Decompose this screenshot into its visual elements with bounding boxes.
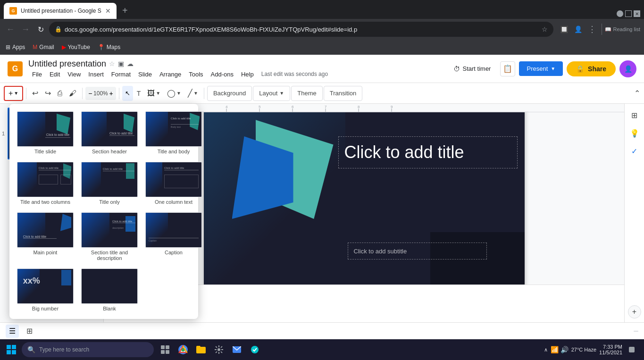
redo-button[interactable]: ↪: [42, 86, 54, 101]
layout-one-col-label: One column text: [155, 199, 192, 205]
share-button[interactable]: 🔒 Share: [567, 61, 616, 76]
clock-date: 11/5/2021: [599, 350, 622, 355]
taskbar-mail[interactable]: [228, 341, 245, 358]
minimize-button[interactable]: [617, 10, 623, 17]
taskbar-clock[interactable]: 7:33 PM 11/5/2021: [599, 344, 622, 355]
cursor-tool-button[interactable]: ↖: [122, 86, 133, 101]
app-title[interactable]: Untitled presentation: [28, 59, 106, 69]
layout-item-title-slide[interactable]: Click to add title Title slide: [15, 109, 75, 156]
theme-button[interactable]: Theme: [291, 86, 322, 101]
address-bar[interactable]: 🔒 docs.google.com/presentation/d/1eGTXE6…: [49, 22, 553, 37]
taskbar-weather[interactable]: 27°C Haze: [571, 347, 596, 352]
add-sidebar-button[interactable]: +: [628, 305, 641, 318]
taskbar-chrome[interactable]: [175, 341, 192, 358]
layout-button[interactable]: Layout ▼: [253, 86, 290, 101]
layout-item-one-col[interactable]: Click to add title One column text: [143, 160, 204, 207]
layout-item-blank[interactable]: Blank: [79, 267, 140, 313]
slide-canvas[interactable]: Click to add title Click to add subtitle: [204, 112, 525, 285]
star-icon[interactable]: ☆: [109, 60, 115, 67]
layout-item-two-cols[interactable]: Click to add title Title and two columns: [15, 160, 75, 207]
image-tool-button[interactable]: 🖼▼: [144, 86, 163, 101]
drive-icon[interactable]: ▣: [118, 60, 124, 67]
clock-time: 7:33 PM: [599, 344, 622, 350]
forward-button[interactable]: →: [19, 23, 32, 36]
layout-item-title-only[interactable]: Click to add title Title only: [79, 160, 140, 207]
layout-item-main-point[interactable]: Click to add title Main point: [15, 210, 75, 263]
cloud-icon[interactable]: ☁: [127, 60, 134, 67]
notification-button[interactable]: [625, 343, 638, 356]
menu-arrange[interactable]: Arrange: [156, 70, 185, 79]
text-tool-button[interactable]: T: [134, 86, 144, 101]
timer-icon: ⏱: [453, 65, 460, 73]
bookmark-maps[interactable]: 📍 Maps: [98, 44, 120, 50]
taskbar-settings[interactable]: [210, 341, 227, 358]
refresh-button[interactable]: ↻: [34, 23, 47, 36]
layout-item-section-title-desc[interactable]: Click to add title description Section t…: [79, 210, 140, 263]
reading-list-button[interactable]: 📖 Reading list: [605, 26, 640, 33]
menu-addons[interactable]: Add-ons: [207, 70, 237, 79]
list-view-button[interactable]: ⊞: [23, 325, 36, 338]
print-button[interactable]: ⎙: [55, 86, 65, 101]
toolbar: + ▼ ↩ ↪ ⎙ 🖌 − 100% + ↖ T 🖼▼ ◯▼ ╱▼ Backgr…: [0, 83, 644, 104]
paint-format-button[interactable]: 🖌: [66, 86, 79, 101]
explore-icon-button[interactable]: ⊞: [627, 108, 642, 123]
menu-insert[interactable]: Insert: [84, 70, 108, 79]
layout-item-title-body[interactable]: Click to add title Body text Title and b…: [143, 109, 204, 156]
active-tab[interactable]: G Untitled presentation - Google S ✕: [4, 3, 117, 19]
extensions-icon[interactable]: 🔲: [557, 23, 570, 36]
bookmark-star-icon[interactable]: ☆: [542, 25, 548, 33]
profile-icon[interactable]: 👤: [571, 23, 585, 36]
svg-text:9: 9: [391, 105, 393, 109]
layout-item-big-number[interactable]: xx% Big number: [15, 267, 75, 313]
present-button[interactable]: Present ▼: [519, 61, 563, 76]
shape-tool-button[interactable]: ◯▼: [164, 86, 184, 101]
menu-tools[interactable]: Tools: [185, 70, 207, 79]
transition-button[interactable]: Transition: [324, 86, 363, 101]
taskbar-search[interactable]: 🔍 Type here to search: [22, 342, 154, 357]
close-window-button[interactable]: ✕: [634, 10, 640, 17]
taskbar-wifi-icon[interactable]: 📶: [551, 346, 559, 353]
apps-grid-icon: ⊞: [6, 44, 10, 50]
undo-button[interactable]: ↩: [29, 86, 41, 101]
title-textbox[interactable]: Click to add title: [338, 136, 518, 168]
notes-icon-button[interactable]: 📋: [500, 61, 515, 76]
layout-item-caption[interactable]: Caption Caption: [143, 210, 204, 263]
taskbar-task-view[interactable]: [157, 341, 174, 358]
taskbar-app6[interactable]: [246, 341, 263, 358]
taskbar-file-explorer[interactable]: [192, 341, 209, 358]
toolbar-sep-3: [119, 88, 119, 99]
menu-file[interactable]: File: [28, 70, 46, 79]
new-tab-button[interactable]: +: [118, 4, 132, 17]
start-timer-button[interactable]: ⏱ Start timer: [448, 62, 497, 75]
start-button[interactable]: [2, 340, 21, 359]
line-tool-button[interactable]: ╱▼: [185, 86, 201, 101]
bookmark-youtube[interactable]: ▶ YouTube: [62, 44, 90, 50]
layout-grid: Click to add title Title slide Click to …: [15, 109, 192, 313]
taskbar-volume-icon[interactable]: 🔊: [560, 346, 569, 353]
menu-help[interactable]: Help: [237, 70, 258, 79]
menu-dots-icon[interactable]: ⋮: [585, 23, 599, 36]
tasks-sidebar-button[interactable]: ✓: [627, 143, 642, 159]
layout-item-section-header[interactable]: Click to add title Section header: [79, 109, 140, 156]
bookmark-apps[interactable]: ⊞ Apps: [6, 44, 25, 50]
background-button[interactable]: Background: [207, 86, 252, 101]
bookmark-gmail[interactable]: M Gmail: [33, 44, 54, 50]
subtitle-textbox[interactable]: Click to add subtitle: [348, 243, 487, 260]
menu-edit[interactable]: Edit: [46, 70, 64, 79]
tab-close-icon[interactable]: ✕: [105, 7, 111, 15]
taskbar-search-text: Type here to search: [39, 346, 89, 353]
grid-view-button[interactable]: ☰: [6, 325, 19, 338]
svg-rect-25: [161, 350, 165, 354]
menu-view[interactable]: View: [64, 70, 84, 79]
maximize-button[interactable]: [625, 10, 632, 17]
user-avatar[interactable]: 👤: [619, 60, 636, 77]
collapse-toolbar-icon[interactable]: ⌃: [634, 89, 640, 97]
taskbar-chevron[interactable]: ∧: [544, 347, 548, 353]
back-button[interactable]: ←: [4, 23, 17, 36]
menu-bar: File Edit View Insert Format Slide Arran…: [28, 70, 332, 79]
add-slide-button[interactable]: + ▼: [4, 86, 23, 101]
menu-slide[interactable]: Slide: [134, 70, 156, 79]
menu-format[interactable]: Format: [108, 70, 134, 79]
zoom-control[interactable]: − 100% +: [85, 87, 116, 100]
notes-sidebar-button[interactable]: 💡: [627, 126, 642, 141]
